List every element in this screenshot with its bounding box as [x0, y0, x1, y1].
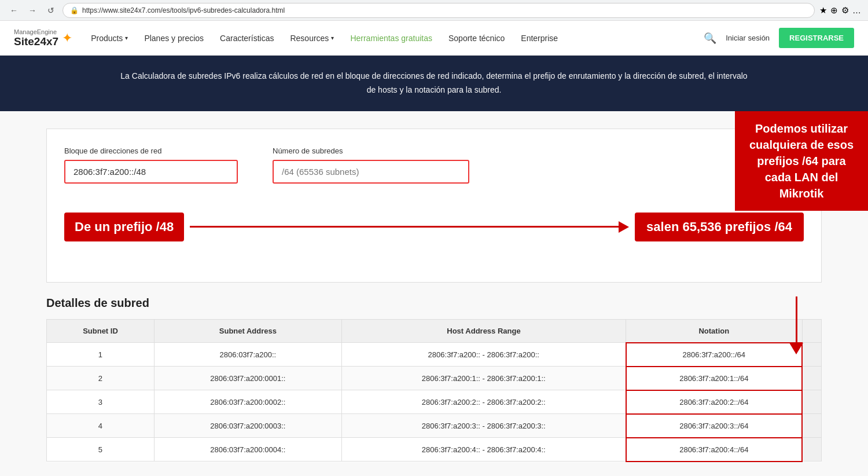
- browser-chrome: ← → ↺ 🔒 https://www.site24x7.com/es/tool…: [0, 0, 868, 21]
- cell-id: 5: [47, 438, 155, 462]
- cell-range: 2806:3f7:a200:1:: - 2806:3f7:a200:1::: [341, 367, 626, 390]
- table-row: 22806:03f7:a200:0001::2806:3f7:a200:1:: …: [47, 367, 822, 390]
- col-header-range: Host Address Range: [341, 319, 626, 343]
- nav-herramientas[interactable]: Herramientas gratuitas: [350, 34, 432, 43]
- section-title-container: Detalles de subred: [46, 296, 822, 310]
- cell-scroll: [802, 414, 822, 438]
- cell-address: 2806:03f7:a200:0002::: [154, 390, 341, 414]
- cell-range: 2806:3f7:a200:2:: - 2806:3f7:a200:2::: [341, 390, 626, 414]
- nav-links: Products ▾ Planes y precios Característi…: [91, 34, 685, 43]
- cell-id: 2: [47, 367, 155, 390]
- cell-scroll: [802, 438, 822, 462]
- register-button[interactable]: REGISTRARSE: [779, 28, 854, 48]
- cell-notation: 2806:3f7:a200:3::/64: [626, 414, 802, 438]
- cell-range: 2806:3f7:a200:: - 2806:3f7:a200::: [341, 343, 626, 367]
- nav-planes[interactable]: Planes y precios: [144, 34, 204, 43]
- table-row: 32806:03f7:a200:0002::2806:3f7:a200:2:: …: [47, 390, 822, 414]
- form-section: Bloque de direcciones de red Número de s…: [46, 129, 822, 283]
- block-label: Bloque de direcciones de red: [64, 147, 238, 155]
- main-nav: ManageEngine Site24x7 ✦ Products ▾ Plane…: [0, 21, 868, 56]
- cell-address: 2806:03f7:a200:0003::: [154, 414, 341, 438]
- forward-button[interactable]: →: [25, 3, 39, 17]
- cell-notation: 2806:3f7:a200:4::/64: [626, 438, 802, 462]
- cell-address: 2806:03f7:a200::: [154, 343, 341, 367]
- cell-id: 3: [47, 390, 155, 414]
- cell-address: 2806:03f7:a200:0001::: [154, 367, 341, 390]
- cell-scroll: [802, 390, 822, 414]
- cell-notation: 2806:3f7:a200::/64: [626, 343, 802, 367]
- form-row: Bloque de direcciones de red Número de s…: [64, 147, 804, 184]
- logo-link[interactable]: ManageEngine Site24x7 ✦: [14, 28, 72, 48]
- cell-scroll: [802, 343, 822, 367]
- back-button[interactable]: ←: [7, 3, 21, 17]
- block-input[interactable]: [64, 160, 238, 184]
- signin-button[interactable]: Iniciar sesión: [726, 34, 770, 42]
- subnets-input[interactable]: [273, 160, 469, 184]
- search-icon[interactable]: 🔍: [704, 32, 716, 45]
- section-title: Detalles de subred: [46, 296, 822, 310]
- subnet-table: Subnet ID Subnet Address Host Address Ra…: [46, 319, 822, 462]
- center-annotation-box: salen 65,536 prefijos /64: [635, 213, 804, 241]
- cell-notation: 2806:3f7:a200:2::/64: [626, 390, 802, 414]
- cell-range: 2806:3f7:a200:4:: - 2806:3f7:a200:4::: [341, 438, 626, 462]
- left-annotation-box: De un prefijo /48: [64, 213, 184, 241]
- col-header-id: Subnet ID: [47, 319, 155, 343]
- cell-address: 2806:03f7:a200:0004::: [154, 438, 341, 462]
- cell-scroll: [802, 367, 822, 390]
- nav-products[interactable]: Products ▾: [91, 34, 128, 43]
- block-form-group: Bloque de direcciones de red: [64, 147, 238, 184]
- logo-icon: ✦: [62, 31, 72, 46]
- cell-id: 4: [47, 414, 155, 438]
- arrow-connector: [190, 221, 629, 233]
- hero-text: La Calculadora de subredes IPv6 realiza …: [116, 69, 752, 97]
- table-row: 12806:03f7:a200::2806:3f7:a200:: - 2806:…: [47, 343, 822, 367]
- browser-icons: ★ ⊕ ⚙ …: [819, 5, 861, 16]
- table-row: 52806:03f7:a200:0004::2806:3f7:a200:4:: …: [47, 438, 822, 462]
- nav-right: 🔍 Iniciar sesión REGISTRARSE: [704, 28, 854, 48]
- main-content: Podemos utilizar cualquiera de esos pref…: [0, 111, 868, 476]
- subnets-label: Número de subredes: [273, 147, 469, 155]
- hero-banner: La Calculadora de subredes IPv6 realiza …: [0, 56, 868, 111]
- url-text: https://www.site24x7.com/es/tools/ipv6-s…: [82, 6, 285, 14]
- nav-enterprise[interactable]: Enterprise: [521, 34, 558, 43]
- nav-soporte[interactable]: Soporte técnico: [448, 34, 505, 43]
- col-header-address: Subnet Address: [154, 319, 341, 343]
- annotation-row: De un prefijo /48 salen 65,536 prefijos …: [64, 195, 804, 265]
- url-bar[interactable]: 🔒 https://www.site24x7.com/es/tools/ipv6…: [62, 3, 815, 18]
- content-wrapper: Podemos utilizar cualquiera de esos pref…: [0, 111, 868, 476]
- refresh-button[interactable]: ↺: [44, 3, 58, 17]
- cell-range: 2806:3f7:a200:3:: - 2806:3f7:a200:3::: [341, 414, 626, 438]
- table-row: 42806:03f7:a200:0003::2806:3f7:a200:3:: …: [47, 414, 822, 438]
- cell-id: 1: [47, 343, 155, 367]
- products-arrow-icon: ▾: [125, 35, 128, 41]
- right-annotation-box: Podemos utilizar cualquiera de esos pref…: [735, 111, 868, 211]
- col-header-notation: Notation: [626, 319, 802, 343]
- col-scroll: [802, 319, 822, 343]
- subnets-form-group: Número de subredes: [273, 147, 469, 184]
- resources-arrow-icon: ▾: [331, 35, 334, 41]
- nav-resources[interactable]: Resources ▾: [290, 34, 334, 43]
- logo-site: Site24x7: [14, 35, 58, 48]
- cell-notation: 2806:3f7:a200:1::/64: [626, 367, 802, 390]
- logo-manage: ManageEngine: [14, 28, 58, 35]
- nav-caracteristicas[interactable]: Características: [220, 34, 274, 43]
